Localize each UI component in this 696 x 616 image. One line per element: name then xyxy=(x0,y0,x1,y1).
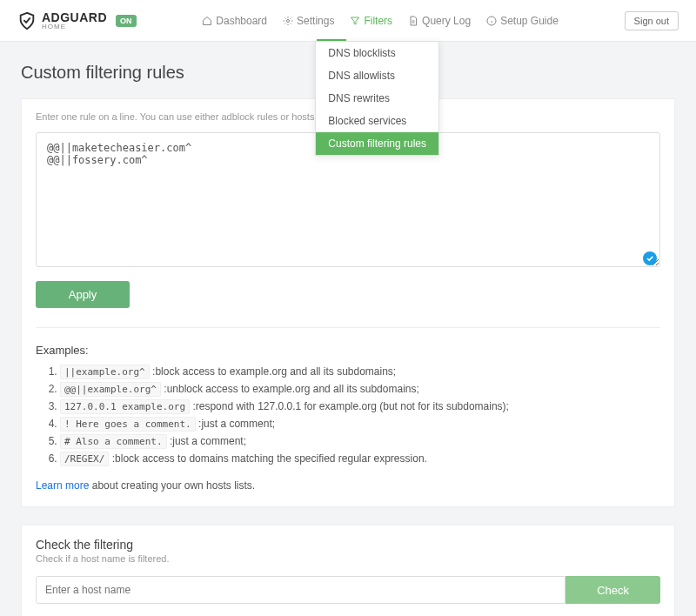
example-desc: :block access to domains matching the sp… xyxy=(112,452,427,465)
check-button[interactable]: Check xyxy=(566,576,660,604)
example-desc: :just a comment; xyxy=(170,435,246,447)
nav-label: Setup Guide xyxy=(500,15,559,27)
divider xyxy=(36,327,660,328)
nav-label: Filters xyxy=(364,15,392,27)
example-code: # Also a comment. xyxy=(60,434,167,449)
list-item: /REGEX/ :block access to domains matchin… xyxy=(60,452,660,465)
dropdown-dns-allowlists[interactable]: DNS allowlists xyxy=(316,64,438,87)
hostname-input[interactable] xyxy=(36,576,566,604)
rules-card: Enter one rule on a line. You can use ei… xyxy=(21,98,675,507)
check-title: Check the filtering xyxy=(36,538,660,552)
logo[interactable]: ADGUARD HOME ON xyxy=(17,10,137,30)
valid-check-icon xyxy=(643,251,657,265)
example-code: ! Here goes a comment. xyxy=(60,417,196,432)
home-icon xyxy=(202,16,212,26)
example-desc: :respond with 127.0.0.1 for example.org … xyxy=(192,400,509,412)
list-item: ||example.org^ :block access to example.… xyxy=(60,365,660,378)
dropdown-blocked-services[interactable]: Blocked services xyxy=(316,110,438,132)
dropdown-custom-filtering[interactable]: Custom filtering rules xyxy=(316,132,438,155)
document-icon xyxy=(408,16,418,26)
info-icon xyxy=(486,16,497,26)
example-code: @@||example.org^ xyxy=(60,382,161,397)
nav-filters[interactable]: Filters xyxy=(350,11,392,30)
list-item: ! Here goes a comment. :just a comment; xyxy=(60,418,660,430)
nav-setup[interactable]: Setup Guide xyxy=(486,11,559,30)
examples-list: ||example.org^ :block access to example.… xyxy=(36,365,660,465)
list-item: 127.0.0.1 example.org :respond with 127.… xyxy=(60,400,660,412)
apply-button[interactable]: Apply xyxy=(36,281,130,308)
nav-querylog[interactable]: Query Log xyxy=(408,11,471,30)
shield-icon xyxy=(17,11,37,30)
status-badge: ON xyxy=(116,15,137,27)
nav-label: Dashboard xyxy=(216,15,267,27)
list-item: @@||example.org^ :unblock access to exam… xyxy=(60,383,660,395)
example-code: ||example.org^ xyxy=(60,365,150,379)
main-nav: Dashboard Settings Filters Query Log Set… xyxy=(202,11,559,30)
example-code: /REGEX/ xyxy=(60,452,109,466)
learn-more-link[interactable]: Learn more xyxy=(36,479,89,492)
svg-point-0 xyxy=(287,19,290,22)
example-desc: :just a comment; xyxy=(198,418,275,430)
examples-title: Examples: xyxy=(36,344,660,357)
nav-dashboard[interactable]: Dashboard xyxy=(202,11,267,30)
filter-icon xyxy=(350,16,360,26)
nav-settings[interactable]: Settings xyxy=(283,11,334,30)
gear-icon xyxy=(283,16,293,26)
example-code: 127.0.0.1 example.org xyxy=(60,399,190,414)
signout-button[interactable]: Sign out xyxy=(625,11,679,30)
learn-more-suffix: about creating your own hosts lists. xyxy=(89,479,255,492)
example-desc: :unblock access to example.org and all i… xyxy=(164,383,419,395)
check-card: Check the filtering Check if a host name… xyxy=(21,525,675,616)
filters-dropdown: DNS blocklists DNS allowlists DNS rewrit… xyxy=(315,41,439,156)
check-row: Check xyxy=(36,576,660,604)
check-sub: Check if a host name is filtered. xyxy=(36,553,660,564)
example-desc: :block access to example.org and all its… xyxy=(152,365,396,378)
dropdown-dns-blocklists[interactable]: DNS blocklists xyxy=(316,42,438,64)
nav-label: Settings xyxy=(297,15,334,27)
dropdown-dns-rewrites[interactable]: DNS rewrites xyxy=(316,87,438,110)
header: ADGUARD HOME ON Dashboard Settings Filte… xyxy=(0,0,696,42)
list-item: # Also a comment. :just a comment; xyxy=(60,435,660,447)
nav-label: Query Log xyxy=(422,15,471,27)
